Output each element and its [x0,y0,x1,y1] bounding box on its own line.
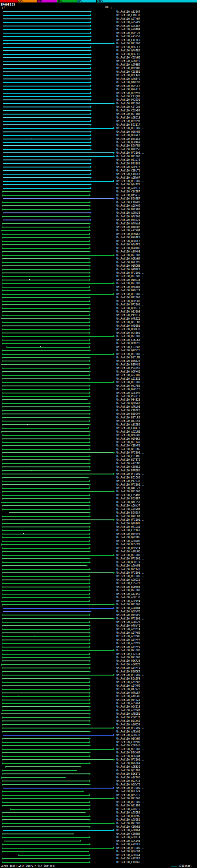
alignment-bar[interactable] [2,488,89,489]
subject-label[interactable]: UniRef100_Q66KW5 [117,130,140,134]
alignment-bar[interactable] [3,188,90,189]
alignment-bar[interactable] [3,174,90,175]
subject-label[interactable]: UniRef100_A7NZY9 [117,78,140,81]
alignment-bar[interactable] [2,763,89,764]
subject-label[interactable]: UniRef100_C1E5E0 [117,39,140,42]
alignment-bar[interactable] [3,40,90,41]
subject-label[interactable]: UniRef100_Q4G9J0 [117,219,140,222]
subject-label[interactable]: UniRef100_A6SHG9 [117,205,140,208]
subject-label[interactable]: UniRef100_A6W1G4 [117,829,140,832]
alignment-bar[interactable] [2,326,89,327]
alignment-bar[interactable] [2,717,89,718]
alignment-bar[interactable] [2,266,89,266]
alignment-bar[interactable] [2,505,89,506]
alignment-bar[interactable] [2,752,89,753]
alignment-bar[interactable] [2,463,89,464]
subject-label[interactable]: UniRef100_B9BDC7 [117,240,140,243]
alignment-bar[interactable] [2,403,89,404]
subject-label[interactable]: UniRef100_Q66QW3 [117,434,140,437]
alignment-bar[interactable] [3,170,90,171]
alignment-bar[interactable] [2,534,89,534]
subject-label[interactable]: UniRef100_A8X9B9 [117,423,140,427]
alignment-bar[interactable] [2,399,87,400]
subject-label[interactable]: UniRef100_A4RSW6 [117,695,140,698]
subject-label[interactable]: UniRef100_Q6VNV5 [117,533,140,536]
subject-label[interactable]: UniRef100_UPI000... [117,275,145,278]
alignment-bar[interactable] [3,152,113,153]
alignment-bar[interactable] [2,615,89,616]
subject-label[interactable]: UniRef100_B4FFZ7 [117,487,140,490]
subject-label[interactable]: UniRef100_Q2PF25 [117,32,140,35]
alignment-bar[interactable] [2,643,89,644]
subject-label[interactable]: UniRef100_Q3MVK3 [117,233,140,236]
subject-label[interactable]: UniRef100_UPI000... [117,127,145,130]
alignment-bar[interactable] [3,128,113,129]
subject-label[interactable]: UniRef100_Q2VCC7 [117,85,140,88]
subject-label[interactable]: UniRef100_UPI000... [117,797,145,800]
subject-label[interactable]: UniRef100_A6YMY4 [117,628,140,631]
subject-label[interactable]: UniRef100_A8Q9A4 [117,854,140,857]
subject-label[interactable]: UniRef100_A8J2G4 [117,10,140,13]
alignment-bar[interactable] [3,68,90,69]
alignment-bar[interactable] [2,675,113,676]
alignment-bar[interactable] [2,223,89,224]
subject-label[interactable]: UniRef100_Q4W697 [117,81,140,84]
subject-label[interactable]: UniRef100_UPI000... [117,617,145,620]
subject-label[interactable]: UniRef100_Q5PK69 [117,141,140,144]
subject-label[interactable]: UniRef100_Q7PUY2 [117,388,140,391]
subject-label[interactable]: UniRef100_Q81TD3 [117,769,140,772]
alignment-bar[interactable] [2,777,65,778]
subject-label[interactable]: UniRef100_B6SGV8 [117,543,140,546]
subject-label[interactable]: UniRef100_UPI000... [117,473,145,476]
subject-label[interactable]: UniRef100_UPI000... [117,335,145,338]
alignment-bar[interactable] [2,449,89,450]
alignment-bar[interactable] [2,530,89,531]
subject-label[interactable]: UniRef100_Q56FF7 [117,46,140,49]
alignment-bar[interactable] [2,848,113,848]
subject-label[interactable]: UniRef100_Q4JAB8 [117,384,140,388]
subject-label[interactable]: UniRef100_UPI000... [117,519,145,522]
alignment-bar[interactable] [2,329,89,330]
alignment-bar[interactable] [2,749,113,750]
subject-label[interactable]: UniRef100_A7RU93 [117,405,140,409]
subject-label[interactable]: UniRef100_B8GQW4 [117,755,140,758]
alignment-bar[interactable] [3,830,113,831]
subject-label[interactable]: UniRef100_A9PBE9 [117,63,140,66]
subject-label[interactable]: UniRef100_B7G3G9 [117,762,140,765]
alignment-bar[interactable] [2,413,89,414]
subject-label[interactable]: UniRef100_A6YMV7 [117,639,140,642]
alignment-bar[interactable] [2,498,89,499]
subject-label[interactable]: UniRef100_C1BUT1 [117,169,140,173]
subject-label[interactable]: UniRef100_UPI000... [117,272,145,275]
subject-label[interactable]: UniRef100_C0NWR3 [117,826,140,829]
subject-label[interactable]: UniRef100_UPI000... [117,847,145,850]
alignment-bar[interactable] [2,251,89,252]
subject-label[interactable]: UniRef100_A7P577 [117,166,140,169]
subject-label[interactable]: UniRef100_B9T5H6 [117,113,140,116]
subject-label[interactable]: UniRef100_UPI000... [117,152,145,155]
alignment-bar[interactable] [2,834,74,834]
subject-label[interactable]: UniRef100_P49211 [117,314,140,317]
subject-label[interactable]: UniRef100_Q94460 [117,332,140,335]
subject-label[interactable]: UniRef100_B4NJJ8 [117,360,140,363]
alignment-bar[interactable] [2,541,89,541]
alignment-bar[interactable] [2,731,89,732]
alignment-bar[interactable] [2,431,89,432]
alignment-bar[interactable] [2,640,89,641]
alignment-bar[interactable] [3,149,90,150]
subject-label[interactable]: UniRef100_B9S183 [117,162,140,165]
subject-label[interactable]: UniRef100_UPI000... [117,254,145,257]
alignment-bar[interactable] [2,738,89,739]
alignment-bar[interactable] [2,202,89,203]
alignment-bar[interactable] [3,29,90,30]
alignment-bar[interactable] [1,364,89,365]
alignment-bar[interactable] [2,340,89,341]
alignment-bar[interactable] [2,784,89,785]
alignment-bar[interactable] [2,333,89,334]
alignment-bar[interactable] [3,198,113,199]
alignment-bar[interactable] [3,213,90,213]
alignment-bar[interactable] [2,727,113,728]
alignment-bar[interactable] [2,660,89,661]
subject-label[interactable]: UniRef100_UPI000... [117,575,145,578]
subject-label[interactable]: UniRef100_B3TLM8 [117,356,140,359]
